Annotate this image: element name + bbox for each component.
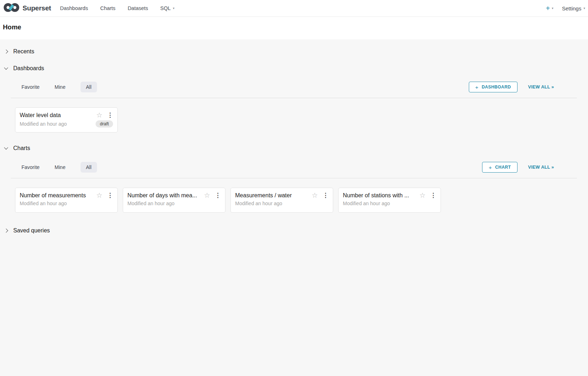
new-chart-label: CHART — [495, 165, 511, 170]
plus-icon: + — [546, 5, 550, 12]
settings-menu[interactable]: Settings ▾ — [562, 5, 585, 11]
page-title: Home — [3, 23, 21, 31]
section-dashboards-toggle[interactable]: Dashboards — [4, 65, 44, 72]
kebab-menu-icon[interactable]: ⋮ — [107, 192, 113, 198]
divider — [11, 178, 577, 178]
nav-dashboards[interactable]: Dashboards — [60, 5, 88, 11]
chevron-down-icon — [4, 146, 9, 151]
dashboards-view-all-link[interactable]: VIEW ALL » — [528, 85, 554, 90]
top-navbar: Superset Dashboards Charts Datasets SQL … — [0, 0, 588, 17]
tab-favorite[interactable]: Favorite — [21, 162, 40, 173]
modified-timestamp: Modified an hour ago — [235, 201, 329, 206]
settings-label: Settings — [562, 5, 581, 11]
chart-card-title[interactable]: Number of measurements — [20, 192, 93, 199]
nav-dashboards-label: Dashboards — [60, 5, 88, 11]
caret-down-icon: ▾ — [583, 7, 585, 10]
divider — [11, 98, 577, 98]
chart-card[interactable]: Number of measurements ☆ ⋮ Modified an h… — [15, 188, 118, 213]
caret-down-icon: ▾ — [552, 7, 554, 10]
new-chart-button[interactable]: + CHART — [482, 162, 517, 173]
plus-icon: + — [475, 84, 478, 90]
superset-home-page: Superset Dashboards Charts Datasets SQL … — [0, 0, 588, 376]
tab-favorite[interactable]: Favorite — [21, 82, 40, 92]
tab-mine[interactable]: Mine — [55, 162, 65, 173]
page-header: Home — [0, 17, 588, 39]
modified-timestamp: Modified an hour ago — [20, 121, 96, 127]
section-recents-toggle[interactable]: Recents — [4, 48, 34, 55]
kebab-menu-icon[interactable]: ⋮ — [322, 192, 329, 198]
chevron-right-icon — [4, 49, 9, 54]
navbar-right: + ▾ Settings ▾ — [546, 5, 588, 12]
card-footer: Modified an hour ago — [343, 201, 436, 206]
dashboard-card[interactable]: Water level data ☆ ⋮ Modified an hour ag… — [15, 107, 118, 132]
nav-charts[interactable]: Charts — [100, 5, 116, 11]
kebab-menu-icon[interactable]: ⋮ — [107, 112, 113, 118]
chevron-right-icon — [4, 228, 9, 233]
nav-sql-menu[interactable]: SQL ▾ — [160, 5, 175, 11]
new-dashboard-label: DASHBOARD — [482, 85, 511, 90]
section-saved-queries-label: Saved queries — [13, 227, 50, 234]
charts-controls: Favorite Mine All + CHART VIEW ALL » — [0, 162, 588, 173]
tab-all[interactable]: All — [81, 162, 97, 173]
chart-card-title[interactable]: Number of stations with ... — [343, 192, 417, 199]
tab-all[interactable]: All — [81, 82, 97, 92]
card-header: Number of measurements ☆ ⋮ — [20, 192, 113, 199]
brand-name: Superset — [23, 4, 51, 12]
nav-sql-label: SQL — [160, 5, 171, 11]
modified-timestamp: Modified an hour ago — [343, 201, 436, 206]
favorite-star-icon[interactable]: ☆ — [96, 192, 102, 199]
home-content: Recents Dashboards Favorite Mine All + D… — [0, 39, 588, 376]
charts-view-all-link[interactable]: VIEW ALL » — [528, 165, 554, 170]
chevron-down-icon — [4, 66, 9, 71]
section-saved-queries-toggle[interactable]: Saved queries — [4, 227, 50, 234]
modified-timestamp: Modified an hour ago — [127, 201, 221, 206]
status-badge: draft — [96, 120, 113, 127]
nav-charts-label: Charts — [100, 5, 116, 11]
section-charts-label: Charts — [13, 145, 30, 151]
kebab-menu-icon[interactable]: ⋮ — [430, 192, 436, 198]
dashboard-cards-row: Water level data ☆ ⋮ Modified an hour ag… — [15, 107, 118, 132]
nav-datasets[interactable]: Datasets — [128, 5, 148, 11]
nav-links: Dashboards Charts Datasets SQL ▾ — [60, 5, 175, 11]
card-header: Number of days with mea... ☆ ⋮ — [127, 192, 221, 199]
kebab-menu-icon[interactable]: ⋮ — [215, 192, 221, 198]
tab-mine[interactable]: Mine — [55, 82, 65, 92]
chart-card[interactable]: Number of days with mea... ☆ ⋮ Modified … — [123, 188, 225, 213]
chart-card-title[interactable]: Measurements / water — [235, 192, 309, 199]
dashboards-filter-tabs: Favorite Mine All — [21, 82, 97, 92]
nav-datasets-label: Datasets — [128, 5, 148, 11]
favorite-star-icon[interactable]: ☆ — [312, 192, 318, 199]
caret-down-icon: ▾ — [173, 7, 175, 10]
section-dashboards-label: Dashboards — [13, 65, 44, 72]
dashboards-actions: + DASHBOARD VIEW ALL » — [469, 82, 554, 92]
new-dashboard-button[interactable]: + DASHBOARD — [469, 82, 517, 92]
dashboards-controls: Favorite Mine All + DASHBOARD VIEW ALL » — [0, 82, 588, 92]
card-footer: Modified an hour ago — [127, 201, 221, 206]
card-header: Number of stations with ... ☆ ⋮ — [343, 192, 436, 199]
card-footer: Modified an hour ago — [20, 201, 113, 206]
section-charts-toggle[interactable]: Charts — [4, 145, 30, 151]
section-recents-label: Recents — [13, 48, 34, 55]
charts-filter-tabs: Favorite Mine All — [21, 162, 97, 173]
favorite-star-icon[interactable]: ☆ — [204, 192, 210, 199]
superset-infinity-icon — [3, 2, 20, 14]
chart-card[interactable]: Measurements / water ☆ ⋮ Modified an hou… — [230, 188, 333, 213]
new-item-menu[interactable]: + ▾ — [546, 5, 553, 12]
chart-cards-row: Number of measurements ☆ ⋮ Modified an h… — [15, 188, 441, 213]
favorite-star-icon[interactable]: ☆ — [419, 192, 426, 199]
superset-logo[interactable]: Superset — [0, 2, 51, 14]
charts-actions: + CHART VIEW ALL » — [482, 162, 554, 173]
chart-card[interactable]: Number of stations with ... ☆ ⋮ Modified… — [338, 188, 441, 213]
card-footer: Modified an hour ago — [235, 201, 329, 206]
card-header: Measurements / water ☆ ⋮ — [235, 192, 329, 199]
dashboard-card-title[interactable]: Water level data — [20, 112, 93, 119]
favorite-star-icon[interactable]: ☆ — [96, 112, 102, 119]
modified-timestamp: Modified an hour ago — [20, 201, 113, 206]
card-footer: Modified an hour ago draft — [20, 120, 113, 127]
chart-card-title[interactable]: Number of days with mea... — [127, 192, 201, 199]
card-header: Water level data ☆ ⋮ — [20, 112, 113, 119]
plus-icon: + — [489, 164, 492, 170]
